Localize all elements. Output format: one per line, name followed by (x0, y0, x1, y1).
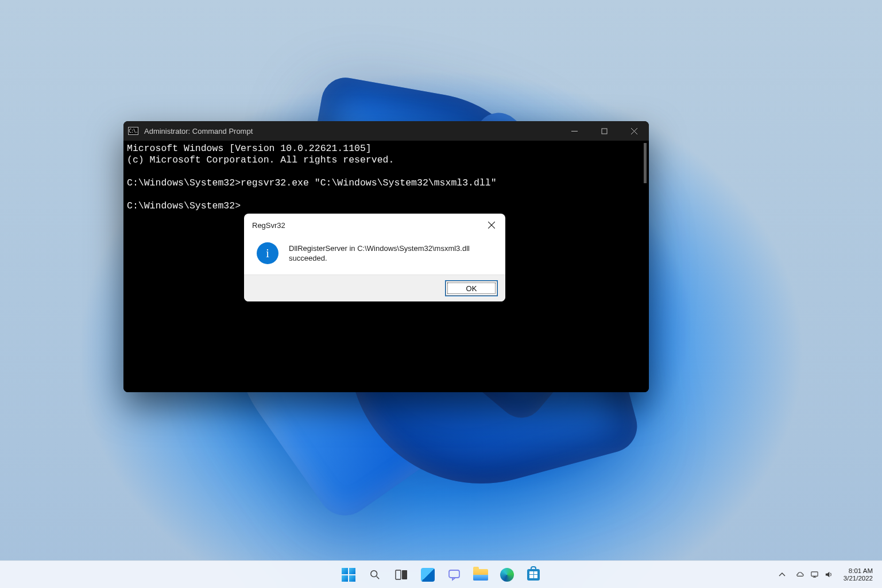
svg-rect-1 (602, 129, 607, 134)
cmd-line: (c) Microsoft Corporation. All rights re… (127, 154, 394, 165)
chat-button[interactable] (442, 563, 466, 587)
close-button[interactable] (619, 121, 649, 141)
start-button[interactable] (336, 563, 361, 587)
taskbar-clock[interactable]: 8:01 AM 3/21/2022 (839, 567, 877, 582)
store-icon (527, 569, 540, 581)
widgets-button[interactable] (416, 563, 440, 587)
search-button[interactable] (363, 563, 387, 587)
cmd-icon: C:\. (128, 127, 138, 135)
store-button[interactable] (521, 563, 546, 587)
minimize-button[interactable] (559, 121, 589, 141)
edge-button[interactable] (495, 563, 519, 587)
search-icon (370, 570, 380, 580)
edge-icon (500, 568, 514, 582)
task-view-icon (395, 570, 408, 580)
chat-icon (448, 568, 461, 581)
cmd-titlebar[interactable]: C:\. Administrator: Command Prompt (123, 121, 649, 141)
taskbar-right: 8:01 AM 3/21/2022 (774, 561, 877, 588)
svg-rect-10 (449, 570, 459, 578)
task-view-button[interactable] (389, 563, 413, 587)
cmd-line: C:\Windows\System32> (127, 200, 241, 211)
taskbar-date: 3/21/2022 (844, 575, 873, 582)
ok-button[interactable]: OK (446, 281, 497, 296)
dialog-message: DllRegisterServer in C:\Windows\System32… (289, 241, 495, 263)
taskbar[interactable]: 8:01 AM 3/21/2022 (0, 560, 882, 588)
chevron-up-icon (779, 571, 786, 578)
taskbar-time: 8:01 AM (844, 567, 873, 575)
dialog-footer: OK (244, 274, 505, 301)
windows-logo-icon (342, 568, 355, 582)
dialog-close-button[interactable] (479, 214, 504, 237)
file-explorer-icon (473, 569, 488, 581)
system-tray[interactable] (791, 570, 838, 579)
network-icon (810, 570, 819, 579)
svg-rect-11 (811, 572, 818, 577)
cmd-line: C:\Windows\System32>regsvr32.exe "C:\Win… (127, 177, 497, 188)
regsvr32-dialog[interactable]: RegSvr32 i DllRegisterServer in C:\Windo… (244, 214, 505, 301)
svg-rect-8 (396, 570, 401, 579)
taskbar-center (336, 563, 546, 587)
svg-rect-9 (402, 570, 407, 579)
cmd-window-title: Administrator: Command Prompt (144, 127, 559, 136)
svg-point-6 (371, 570, 377, 577)
show-hidden-icons-button[interactable] (774, 563, 790, 587)
maximize-button[interactable] (589, 121, 619, 141)
scrollbar-thumb[interactable] (644, 143, 647, 183)
dialog-title: RegSvr32 (252, 221, 479, 230)
widgets-icon (421, 568, 435, 582)
file-explorer-button[interactable] (469, 563, 493, 587)
cmd-line: Microsoft Windows [Version 10.0.22621.11… (127, 143, 372, 154)
info-icon: i (257, 242, 278, 264)
volume-icon (825, 570, 833, 579)
onedrive-icon (796, 570, 804, 579)
dialog-titlebar[interactable]: RegSvr32 (244, 214, 505, 237)
svg-line-7 (377, 576, 380, 579)
